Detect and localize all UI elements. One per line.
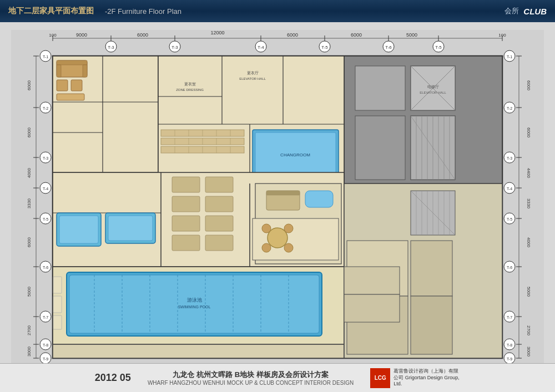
page-title-en: -2F Furniture Floor Plan	[105, 7, 181, 16]
svg-point-22	[255, 41, 266, 52]
svg-text:T-5: T-5	[43, 217, 48, 221]
header: 地下二层家具平面布置图 -2F Furniture Floor Plan 会所 …	[0, 0, 555, 22]
svg-text:T-3: T-3	[43, 156, 48, 160]
svg-rect-121	[67, 272, 322, 336]
header-left: 地下二层家具平面布置图 -2F Furniture Floor Plan	[8, 6, 181, 16]
svg-rect-151	[344, 267, 400, 294]
svg-point-18	[105, 41, 117, 52]
svg-point-203	[504, 152, 515, 163]
svg-point-116	[262, 224, 271, 233]
svg-text:更衣室: 更衣室	[184, 82, 196, 86]
svg-rect-107	[205, 235, 233, 251]
svg-point-119	[284, 243, 293, 252]
svg-text:6000: 6000	[526, 80, 531, 90]
svg-text:电梯厅: 电梯厅	[427, 85, 439, 89]
svg-text:100: 100	[498, 33, 506, 38]
svg-rect-105	[205, 216, 233, 231]
svg-point-213	[504, 339, 515, 350]
svg-rect-149	[411, 296, 452, 354]
svg-point-183	[40, 311, 51, 322]
svg-point-211	[504, 311, 515, 322]
svg-rect-101	[205, 177, 233, 192]
svg-rect-103	[205, 196, 233, 212]
svg-text:6000: 6000	[27, 237, 32, 247]
header-right: 会所 CLUB	[504, 6, 547, 16]
svg-rect-122	[69, 275, 319, 333]
svg-rect-150	[347, 296, 408, 354]
svg-text:T-4: T-4	[258, 45, 264, 50]
footer-logo-area: LCG 葛雷鲁设计咨询（上海）有限公司 Grigortan Design Gro…	[370, 368, 460, 388]
svg-text:T-6: T-6	[43, 266, 48, 269]
svg-point-205	[504, 182, 515, 194]
svg-rect-57	[83, 65, 87, 77]
svg-text:T-3: T-3	[171, 45, 178, 50]
svg-rect-32	[355, 66, 405, 110]
svg-rect-61	[158, 56, 344, 184]
svg-point-171	[40, 50, 51, 62]
svg-rect-120	[53, 267, 344, 344]
svg-text:CHANGROOM: CHANGROOM	[280, 152, 310, 157]
svg-rect-74	[161, 130, 244, 136]
footer-logo-box: LCG	[370, 368, 390, 388]
svg-text:ELEVATOR HALL: ELEVATOR HALL	[420, 91, 446, 94]
svg-rect-33	[411, 66, 455, 110]
svg-point-115	[268, 228, 287, 248]
svg-text:6000: 6000	[287, 32, 298, 38]
svg-rect-108	[255, 184, 341, 264]
svg-rect-152	[344, 294, 400, 322]
svg-point-24	[319, 41, 330, 52]
svg-text:T-4: T-4	[43, 187, 48, 191]
svg-text:5000: 5000	[406, 32, 417, 38]
svg-text:SWIMMING POOL: SWIMMING POOL	[178, 305, 211, 309]
svg-text:3330: 3330	[27, 198, 32, 208]
svg-point-187	[40, 353, 51, 364]
svg-rect-0	[11, 30, 544, 385]
svg-rect-113	[305, 191, 333, 207]
svg-text:T-8: T-8	[507, 343, 512, 347]
svg-text:T-7: T-7	[507, 315, 512, 319]
svg-rect-71	[253, 130, 339, 177]
svg-rect-80	[161, 138, 244, 145]
svg-rect-72	[255, 133, 336, 174]
svg-point-26	[383, 41, 394, 52]
svg-point-173	[40, 102, 51, 113]
svg-text:2700: 2700	[526, 325, 531, 335]
svg-text:3000: 3000	[27, 346, 32, 356]
svg-point-209	[504, 261, 515, 272]
svg-text:T-5: T-5	[321, 45, 328, 50]
svg-rect-134	[53, 296, 62, 313]
svg-line-42	[411, 116, 455, 180]
floor-plan-wrapper: 9000 6000 12000 6000 6000 5000 100 100 T…	[11, 30, 544, 385]
svg-rect-34	[355, 116, 405, 180]
svg-point-215	[504, 353, 515, 364]
svg-text:T-5: T-5	[507, 217, 512, 221]
svg-text:T-7: T-7	[43, 315, 48, 319]
svg-text:水疗套间: 水疗套间	[289, 220, 307, 225]
svg-text:3330: 3330	[526, 198, 531, 208]
svg-text:T-2: T-2	[507, 106, 512, 110]
svg-rect-59	[71, 80, 82, 91]
svg-rect-96	[57, 213, 101, 246]
svg-text:6000: 6000	[137, 32, 148, 38]
svg-rect-35	[411, 116, 455, 180]
svg-rect-99	[108, 216, 153, 241]
svg-text:SPA SUITE: SPA SUITE	[288, 227, 308, 231]
svg-point-181	[40, 261, 51, 272]
svg-text:ELEVATOR HALL: ELEVATOR HALL	[239, 77, 266, 80]
svg-text:T-2: T-2	[43, 106, 48, 110]
svg-rect-137	[344, 184, 502, 358]
svg-line-38	[411, 66, 455, 110]
svg-text:T-9: T-9	[43, 357, 48, 361]
svg-rect-97	[59, 216, 98, 243]
svg-text:更衣厅: 更衣厅	[247, 71, 259, 75]
svg-rect-112	[266, 191, 300, 195]
svg-text:T-8: T-8	[43, 343, 48, 347]
footer-title-cn: 九龙仓 杭州文晖路 B地块 样板房及会所设计方案	[148, 370, 354, 380]
svg-text:T-1: T-1	[507, 55, 512, 59]
svg-rect-114	[253, 218, 339, 260]
svg-rect-55	[57, 60, 87, 65]
svg-rect-102	[172, 196, 200, 212]
svg-text:T-4: T-4	[507, 187, 512, 191]
svg-rect-54	[57, 60, 87, 77]
svg-text:T-3: T-3	[108, 45, 114, 50]
